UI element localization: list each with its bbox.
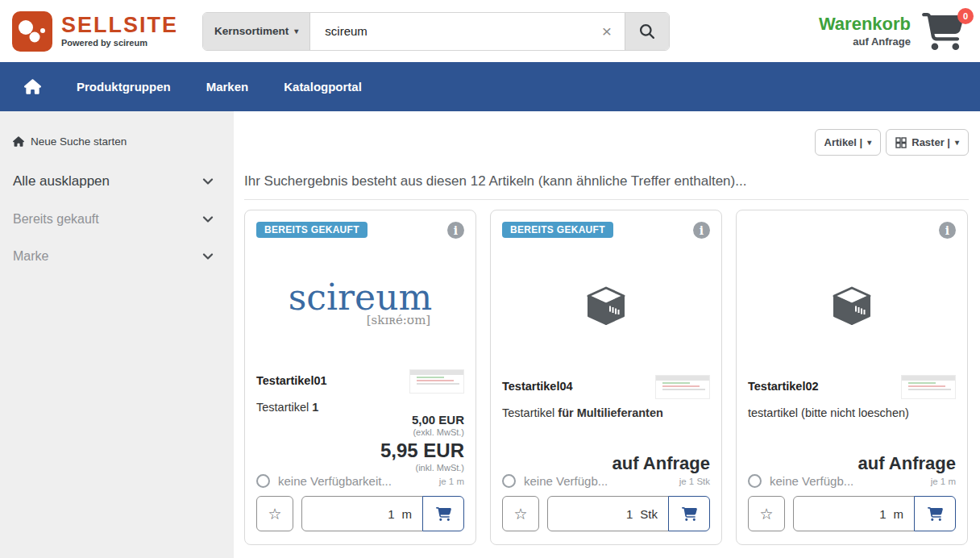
quantity-value: 1 [626,507,633,521]
price-block: 5,00 EUR (exkl. MwSt.) 5,95 EUR (inkl. M… [256,414,464,473]
availability-text: keine Verfügb... [524,474,608,488]
price-excl: 5,00 EUR [256,414,464,427]
star-icon: ☆ [759,505,773,523]
product-title[interactable]: Testartikel02 [748,375,819,393]
cart-title: Warenkorb [819,15,911,34]
product-image[interactable] [748,246,956,367]
quantity-unit: m [402,507,413,521]
box-placeholder-icon [584,285,628,327]
quantity-value: 1 [388,507,394,521]
expand-all-label: Alle ausklappen [13,173,110,189]
status-badge: BEREITS GEKAUFT [256,222,368,238]
star-icon: ☆ [268,505,281,523]
main-navbar: Produktgruppen Marken Katalogportal [0,62,980,111]
star-icon: ☆ [513,505,527,523]
per-unit-note: je 1 Stk [679,477,710,486]
new-search-link[interactable]: Neue Suche starten [13,135,214,148]
product-title[interactable]: Testartikel01 [256,369,327,387]
add-to-cart-button[interactable] [914,496,956,531]
results-summary: Ihr Suchergebnis besteht aus diesen 12 A… [244,173,969,200]
filter-label: Bereits gekauft [13,212,99,227]
datasheet-thumbnail[interactable] [409,369,464,394]
nav-item-katalogportal[interactable]: Katalogportal [284,80,362,94]
add-to-cart-button[interactable] [668,496,710,531]
cart-subtitle: auf Anfrage [819,35,911,48]
view-type-button[interactable]: Artikel | ▾ [815,129,882,156]
cart-icon [928,507,943,521]
availability-text: keine Verfügb... [770,474,853,488]
availability-icon [748,474,762,488]
product-grid: BEREITS GEKAUFT i scireum [skɪʀé:ʊm] Tes… [244,210,969,545]
results-toolbar: Artikel | ▾ Raster | ▾ [244,129,969,156]
quantity-input[interactable]: 1 m [301,496,423,531]
filter-marke[interactable]: Marke [13,249,214,264]
search-input[interactable] [325,24,598,38]
price-block: auf Anfrage [748,454,956,473]
chevron-down-icon [201,175,214,188]
expand-all-toggle[interactable]: Alle ausklappen [13,173,214,189]
results-main: Artikel | ▾ Raster | ▾ Ihr Suchergebnis … [234,111,980,558]
search-category-dropdown[interactable]: Kernsortiment ▾ [203,13,310,50]
nav-home-button[interactable] [24,79,41,94]
datasheet-thumbnail[interactable] [901,375,956,399]
quantity-unit: m [894,507,904,521]
new-search-label: Neue Suche starten [31,135,127,148]
brand-logo[interactable]: SELLSITE Powered by scireum [11,10,178,52]
add-to-cart-button[interactable] [422,496,464,531]
info-icon[interactable]: i [447,222,464,239]
chevron-down-icon [201,213,214,226]
chevron-down-icon: ▾ [955,138,959,147]
scireum-wordmark: scireum [289,280,432,315]
product-image[interactable] [502,246,710,367]
availability-icon [256,474,270,488]
product-image[interactable]: scireum [skɪʀé:ʊm] [256,246,464,361]
availability-text: keine Verfügbarkeit... [278,474,392,488]
product-title[interactable]: Testartikel04 [502,375,573,393]
product-card: BEREITS GEKAUFT i scireum [skɪʀé:ʊm] Tes… [244,210,476,545]
per-unit-note: je 1 m [931,477,956,486]
quantity-input[interactable]: 1 Stk [547,496,669,531]
view-type-label: Artikel | [824,136,863,148]
layout-button[interactable]: Raster | ▾ [886,129,969,156]
quantity-unit: Stk [640,507,658,521]
grid-icon [895,137,907,148]
brand-tagline: Powered by scireum [61,38,178,48]
favorite-button[interactable]: ☆ [748,496,785,531]
brand-logo-icon [11,10,53,52]
home-icon [13,136,24,147]
cart-icon [436,507,451,521]
nav-item-produktgruppen[interactable]: Produktgruppen [77,80,171,94]
favorite-button[interactable]: ☆ [502,496,539,531]
product-card: i Testartikel02 [736,210,968,545]
chevron-down-icon: ▾ [294,27,298,35]
product-description: testartikel (bitte nicht loeschen) [748,406,956,419]
search-button[interactable] [625,13,669,50]
favorite-button[interactable]: ☆ [256,496,293,531]
search-bar: Kernsortiment ▾ × [202,12,670,51]
datasheet-thumbnail[interactable] [655,375,710,399]
price-on-request: auf Anfrage [502,454,710,473]
box-placeholder-icon [830,285,874,327]
product-card: BEREITS GEKAUFT i Testartikel04 [490,210,722,545]
product-description: Testartikel 1 [256,401,464,414]
clear-search-icon[interactable]: × [599,23,615,40]
layout-label: Raster | [911,136,950,148]
filter-bereits-gekauft[interactable]: Bereits gekauft [13,212,214,227]
search-icon [640,24,654,39]
price-incl-note: (inkl. MwSt.) [256,462,464,473]
price-incl: 5,95 EUR [256,440,464,461]
cart-icon [682,507,697,521]
info-icon[interactable]: i [939,222,956,239]
availability-icon [502,474,516,488]
quantity-input[interactable]: 1 m [793,496,915,531]
cart-link[interactable]: Warenkorb auf Anfrage 0 [819,10,969,53]
brand-name: SELLSITE [61,15,178,36]
product-description: Testartikel für Multilieferanten [502,406,710,419]
filter-label: Marke [13,249,48,264]
info-icon[interactable]: i [693,222,710,239]
nav-item-marken[interactable]: Marken [206,80,249,94]
chevron-down-icon [201,250,214,263]
price-excl-note: (exkl. MwSt.) [256,427,464,438]
filter-sidebar: Neue Suche starten Alle ausklappen Berei… [0,111,234,558]
status-badge: BEREITS GEKAUFT [502,222,613,238]
